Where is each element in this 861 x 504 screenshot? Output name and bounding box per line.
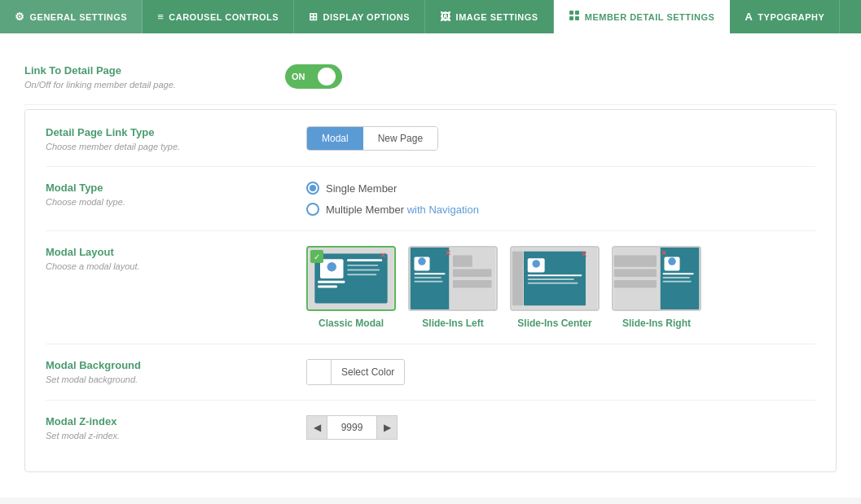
multiple-member-radio-circle — [306, 203, 319, 216]
svg-rect-23 — [453, 270, 492, 278]
classic-modal-img: ✓ — [306, 246, 396, 311]
modal-type-label-col: Modal Type Choose modal type. — [46, 182, 306, 207]
tab-member-label: MEMBER DETAIL SETTINGS — [585, 12, 715, 22]
svg-rect-31 — [528, 278, 574, 280]
link-toggle[interactable]: ON — [285, 64, 342, 89]
svg-text:✕: ✕ — [380, 251, 386, 260]
detail-link-field-control: Modal New Page — [306, 126, 815, 151]
classic-checkmark: ✓ — [310, 250, 323, 263]
modal-zindex-label-col: Modal Z-index Set modal z-index. — [46, 415, 306, 440]
svg-text:✕: ✕ — [445, 248, 451, 257]
zindex-decrement-btn[interactable]: ◀ — [306, 415, 327, 440]
tab-image[interactable]: 🖼 IMAGE SETTINGS — [425, 0, 554, 33]
svg-point-29 — [532, 260, 540, 268]
toggle-text: ON — [292, 72, 305, 81]
detail-page-link-type-row: Detail Page Link Type Choose member deta… — [46, 126, 815, 167]
detail-link-label-col: Detail Page Link Type Choose member deta… — [46, 126, 306, 151]
svg-rect-40 — [663, 277, 690, 278]
svg-rect-44 — [614, 280, 657, 288]
zindex-input[interactable] — [327, 415, 376, 440]
color-btn-label: Select Color — [332, 366, 404, 378]
image-icon: 🖼 — [440, 11, 451, 23]
tab-typography-label: TYPOGRAPHY — [758, 12, 824, 22]
svg-rect-30 — [528, 274, 582, 276]
svg-rect-0 — [569, 11, 573, 15]
svg-text:✕: ✕ — [581, 250, 587, 259]
modal-layout-row: Modal Layout Choose a modal layout. ✓ — [46, 231, 815, 344]
color-picker-btn[interactable]: Select Color — [306, 359, 405, 385]
main-content: Link To Detail Page On/Off for linking m… — [0, 33, 861, 497]
detail-link-field-label: Detail Page Link Type — [46, 126, 306, 138]
modal-zindex-row: Modal Z-index Set modal z-index. ◀ ▶ — [46, 401, 815, 455]
slide-ins-center-card[interactable]: ✕ Slide-Ins Center — [510, 246, 600, 329]
slide-ins-center-img: ✕ — [510, 246, 600, 311]
zindex-stepper: ◀ ▶ — [306, 415, 398, 440]
svg-point-18 — [418, 257, 426, 265]
tab-general-label: GENERAL SETTINGS — [30, 12, 128, 22]
svg-rect-9 — [318, 286, 337, 288]
modal-type-field-label: Modal Type — [46, 182, 306, 194]
modal-background-row: Modal Background Set modal background. S… — [46, 344, 815, 401]
tab-carousel-label: CAROUSEL CONTROLS — [169, 12, 279, 22]
detail-link-field-desc: Choose member detail page type. — [46, 142, 306, 151]
modal-bg-field-desc: Set modal background. — [46, 375, 306, 384]
svg-point-38 — [668, 257, 676, 265]
modal-type-radio-group: Single Member Multiple Member with Navig… — [306, 182, 479, 216]
modal-type-row: Modal Type Choose modal type. Single Mem… — [46, 167, 815, 231]
classic-modal-label: Classic Modal — [318, 318, 384, 329]
svg-rect-32 — [528, 283, 578, 284]
modal-btn[interactable]: Modal — [307, 127, 363, 150]
link-field-label: Link To Detail Page — [24, 64, 285, 77]
slide-ins-center-label: Slide-Ins Center — [517, 318, 591, 329]
member-icon — [569, 10, 580, 24]
single-member-label: Single Member — [326, 182, 397, 195]
svg-rect-19 — [415, 273, 446, 274]
tab-display-label: DISPLAY OPTIONS — [323, 12, 411, 22]
svg-rect-21 — [415, 281, 443, 283]
svg-rect-33 — [512, 252, 523, 306]
slide-ins-right-img: ✕ — [612, 246, 701, 311]
modal-layout-field-desc: Choose a modal layout. — [46, 261, 306, 271]
modal-type-field-control: Single Member Multiple Member with Navig… — [306, 182, 815, 216]
svg-rect-8 — [318, 281, 345, 283]
app-container: ⚙ GENERAL SETTINGS ≡ CAROUSEL CONTROLS ⊞… — [0, 0, 861, 497]
svg-rect-11 — [347, 265, 378, 266]
svg-text:✕: ✕ — [661, 248, 667, 257]
slide-ins-left-card[interactable]: ✕ Slide-Ins Left — [408, 246, 498, 329]
svg-rect-20 — [415, 277, 441, 278]
svg-rect-3 — [575, 16, 579, 20]
single-member-radio-circle — [306, 182, 319, 195]
tab-member[interactable]: MEMBER DETAIL SETTINGS — [554, 0, 731, 33]
classic-modal-card[interactable]: ✓ — [306, 246, 396, 329]
modal-layout-field-control: ✓ — [306, 246, 815, 329]
tab-image-label: IMAGE SETTINGS — [456, 12, 538, 22]
link-field-control: ON — [285, 64, 837, 89]
modal-bg-label-col: Modal Background Set modal background. — [46, 359, 306, 384]
svg-rect-39 — [663, 273, 694, 274]
tab-typography[interactable]: A TYPOGRAPHY — [730, 0, 840, 33]
modal-bg-field-label: Modal Background — [46, 359, 306, 371]
multiple-member-label: Multiple Member with Navigation — [326, 204, 479, 216]
link-to-detail-page-row: Link To Detail Page On/Off for linking m… — [24, 50, 837, 105]
svg-rect-12 — [347, 270, 380, 271]
zindex-increment-btn[interactable]: ▶ — [376, 415, 398, 440]
slide-ins-right-label: Slide-Ins Right — [622, 318, 691, 329]
svg-rect-43 — [614, 270, 657, 278]
svg-rect-10 — [347, 259, 382, 261]
slide-ins-right-card[interactable]: ✕ Slide-Ins Right — [612, 246, 701, 329]
tab-display[interactable]: ⊞ DISPLAY OPTIONS — [294, 0, 425, 33]
detail-link-btn-group: Modal New Page — [306, 126, 438, 151]
color-swatch — [307, 360, 332, 384]
multiple-member-radio[interactable]: Multiple Member with Navigation — [306, 203, 479, 216]
new-page-btn[interactable]: New Page — [363, 127, 437, 150]
tab-general[interactable]: ⚙ GENERAL SETTINGS — [0, 0, 143, 33]
svg-point-7 — [327, 262, 336, 271]
tab-carousel[interactable]: ≡ CAROUSEL CONTROLS — [143, 0, 294, 33]
svg-rect-24 — [453, 280, 492, 288]
toggle-knob — [318, 68, 336, 85]
tab-bar: ⚙ GENERAL SETTINGS ≡ CAROUSEL CONTROLS ⊞… — [0, 0, 861, 33]
slide-ins-left-label: Slide-Ins Left — [422, 318, 483, 329]
single-member-radio[interactable]: Single Member — [306, 182, 479, 195]
modal-type-field-desc: Choose modal type. — [46, 197, 306, 207]
svg-rect-42 — [614, 256, 657, 267]
